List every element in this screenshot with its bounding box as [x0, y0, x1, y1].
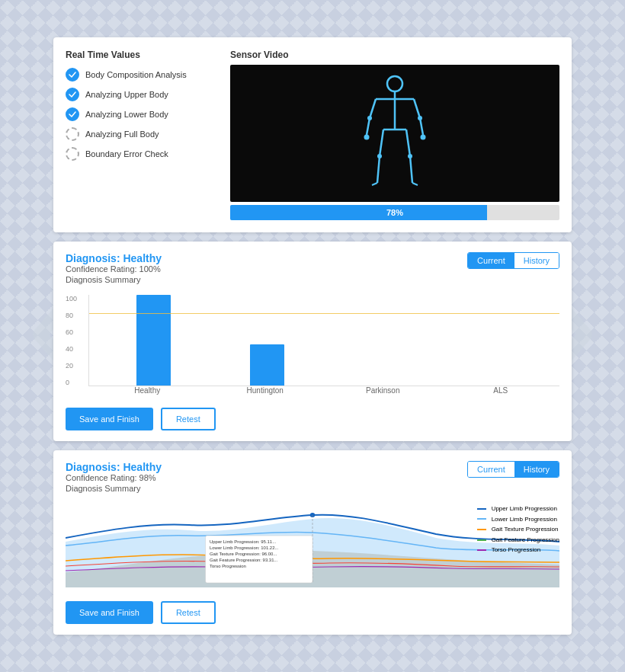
legend-color-lower — [477, 518, 486, 520]
retest-button-2[interactable]: Retest — [161, 408, 216, 430]
svg-text:Gait Feature Progression: 93.3: Gait Feature Progression: 93.31... — [210, 558, 278, 562]
svg-line-7 — [414, 99, 420, 118]
page-wrapper: Real Time Values Body Composition Analys… — [0, 0, 625, 672]
y-label-40: 40 — [66, 345, 87, 353]
legend-label-torso: Torso Progression — [492, 545, 540, 555]
sensor-video-title: Sensor Video — [230, 50, 559, 60]
tab-current-3[interactable]: Current — [468, 462, 514, 477]
diagnosis-title-2: Diagnosis: Healthy — [66, 252, 162, 264]
svg-line-13 — [372, 183, 377, 185]
checklist-label-0: Body Composition Analysis — [85, 70, 187, 79]
svg-text:Lower Limb Progression: 101.22: Lower Limb Progression: 101.22... — [210, 546, 279, 550]
diagnosis-left-3: Diagnosis: Healthy Confidence Rating: 98… — [66, 461, 162, 501]
panel2-card: Diagnosis: Healthy Confidence Rating: 10… — [53, 242, 572, 441]
svg-line-16 — [412, 183, 418, 185]
video-box — [230, 65, 559, 202]
bar-group-als — [438, 295, 552, 386]
legend-label-lower: Lower Limb Progression — [492, 514, 557, 525]
legend-color-upper — [477, 508, 486, 510]
svg-point-18 — [418, 116, 422, 120]
x-label-healthy: Healthy — [88, 386, 207, 402]
reference-line — [89, 313, 559, 314]
checklist-item-0: Body Composition Analysis — [66, 68, 218, 82]
sensor-video-section: Sensor Video — [230, 50, 559, 220]
svg-point-20 — [408, 154, 412, 158]
legend-color-gait-texture — [477, 529, 486, 530]
summary-text-3: Diagnosis Summary — [66, 484, 162, 493]
chart-inner — [88, 295, 559, 386]
svg-text:Upper Limb Progression: 95.11.: Upper Limb Progression: 95.11... — [210, 539, 277, 544]
legend-color-torso — [477, 549, 486, 551]
svg-line-14 — [406, 130, 410, 156]
y-label-80: 80 — [66, 312, 87, 319]
svg-point-0 — [387, 76, 402, 91]
checklist-label-1: Analyzing Upper Body — [85, 90, 168, 99]
legend-label-gait-texture: Gait Texture Progression — [492, 524, 559, 535]
bar-healthy — [136, 295, 171, 386]
y-label-100: 100 — [66, 295, 87, 302]
progress-bar-container: 78% — [230, 205, 559, 220]
legend-gait-texture: Gait Texture Progression — [477, 524, 559, 535]
svg-text:Gait Texture Progression: 96.0: Gait Texture Progression: 96.00... — [210, 552, 277, 556]
real-time-title: Real Time Values — [66, 50, 218, 60]
legend-torso: Torso Progression — [477, 545, 559, 555]
x-label-huntington: Huntington — [207, 386, 325, 402]
checklist-item-4: Boundary Error Check — [66, 147, 218, 161]
checklist-label-2: Analyzing Lower Body — [85, 110, 168, 119]
y-axis: 100 80 60 40 20 0 — [66, 295, 87, 386]
svg-point-17 — [367, 116, 372, 120]
legend-gait-feature: Gait Feature Progression — [477, 535, 559, 546]
legend-label-upper: Upper Limb Progression — [492, 504, 557, 514]
svg-line-5 — [367, 118, 370, 135]
x-label-parkinson: Parkinson — [324, 386, 442, 402]
check-icon-2 — [66, 107, 79, 121]
panel3-card: Diagnosis: Healthy Confidence Rating: 98… — [53, 450, 572, 635]
bar-group-healthy — [97, 295, 210, 386]
check-icon-0 — [66, 68, 79, 82]
action-buttons-2: Save and Finish Retest — [66, 408, 559, 430]
legend-label-gait-feature: Gait Feature Progression — [492, 535, 559, 546]
check-icon-4 — [66, 147, 79, 161]
svg-text:Torso Progression: Torso Progression — [210, 564, 246, 568]
y-label-20: 20 — [66, 362, 87, 370]
real-time-section: Real Time Values Body Composition Analys… — [66, 50, 218, 220]
retest-button-3[interactable]: Retest — [161, 601, 216, 624]
tab-group-3: Current History — [467, 461, 559, 478]
tab-history-3[interactable]: History — [514, 462, 559, 477]
legend-upper-limb: Upper Limb Progression — [477, 504, 559, 514]
checklist-item-3: Analyzing Full Body — [66, 127, 218, 141]
y-label-0: 0 — [66, 379, 87, 386]
progress-label: 78% — [230, 205, 559, 220]
y-label-60: 60 — [66, 328, 87, 336]
bars-container — [89, 295, 559, 386]
save-finish-button-3[interactable]: Save and Finish — [66, 601, 153, 624]
bar-chart-area: 100 80 60 40 20 0 — [66, 295, 559, 402]
bar-group-parkinson — [325, 295, 438, 386]
svg-line-12 — [377, 156, 380, 183]
checklist-label-3: Analyzing Full Body — [85, 130, 159, 139]
svg-line-4 — [370, 99, 376, 118]
svg-line-8 — [420, 118, 423, 135]
tab-group-2: Current History — [467, 252, 559, 269]
tab-current-2[interactable]: Current — [468, 253, 514, 268]
confidence-text-2: Confidence Rating: 100% — [66, 264, 162, 274]
main-container: Real Time Values Body Composition Analys… — [53, 37, 572, 635]
action-buttons-3: Save and Finish Retest — [66, 601, 559, 624]
checklist-item-1: Analyzing Upper Body — [66, 88, 218, 101]
save-finish-button-2[interactable]: Save and Finish — [66, 408, 153, 430]
svg-point-19 — [377, 154, 382, 158]
tab-history-2[interactable]: History — [514, 253, 559, 268]
panel1-card: Real Time Values Body Composition Analys… — [53, 37, 572, 232]
svg-point-9 — [421, 135, 426, 140]
diagnosis-title-3: Diagnosis: Healthy — [66, 461, 162, 473]
x-label-als: ALS — [442, 386, 560, 402]
x-axis: Healthy Huntington Parkinson ALS — [88, 386, 559, 402]
summary-text-2: Diagnosis Summary — [66, 275, 162, 284]
check-icon-3 — [66, 127, 79, 141]
diagnosis-header-3: Diagnosis: Healthy Confidence Rating: 98… — [66, 461, 559, 501]
chart-legend: Upper Limb Progression Lower Limb Progre… — [477, 504, 559, 555]
diagnosis-left-2: Diagnosis: Healthy Confidence Rating: 10… — [66, 252, 162, 292]
confidence-text-3: Confidence Rating: 98% — [66, 473, 162, 482]
bar-huntington — [250, 344, 284, 386]
checklist-label-4: Boundary Error Check — [85, 149, 168, 158]
